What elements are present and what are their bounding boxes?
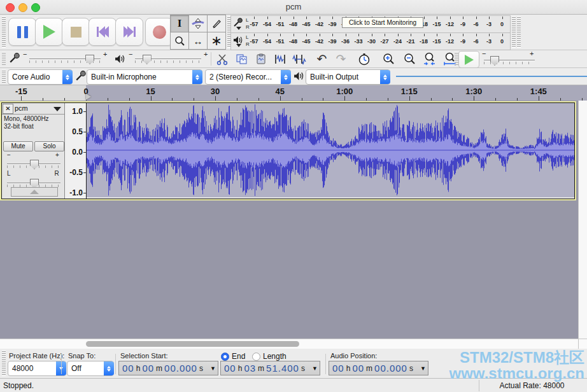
meter-tick [385,34,385,36]
radio-unselected-icon[interactable] [252,353,260,361]
meter-tick [294,34,294,36]
paste-button[interactable] [252,52,269,66]
playback-meter[interactable]: L R -57-54-51-48-45-42-39-36-33-30-27-24… [230,32,511,50]
meter-tick [411,34,411,36]
selection-toolbar-grip[interactable] [2,351,6,376]
play-button[interactable] [35,18,63,46]
selection-start-label: Selection Start: [120,352,168,360]
track-header: ✕ pcm [2,103,64,115]
envelope-tool-button[interactable] [188,15,208,32]
length-radio[interactable]: Length [252,352,286,361]
horizontal-scrollbar[interactable] [0,339,578,349]
time-digits[interactable]: 00.000 [374,363,407,374]
skip-to-start-button[interactable] [88,18,117,46]
multi-tool-icon: ∗ [211,38,222,44]
vertical-scrollbar[interactable] [578,101,587,339]
audio-position-field[interactable]: 00h00m00.000s▼ [329,361,428,375]
meter-tick [306,17,307,19]
toolbar-grip[interactable] [512,17,516,48]
radio-selected-icon[interactable] [221,353,229,361]
audio-track: ✕ pcm Mono, 48000Hz 32-bit float Mute So… [0,101,576,200]
silence-audio-button[interactable] [290,52,308,66]
time-digits[interactable]: 03 [244,363,256,374]
timeline-tick [302,98,302,101]
copy-button[interactable] [233,52,250,66]
time-digits[interactable]: 51.400 [266,363,299,374]
mixer-toolbar-grip[interactable] [2,52,6,66]
monitoring-tooltip[interactable]: Click to Start Monitoring [342,17,423,28]
audio-host-select[interactable]: Core Audio [8,69,73,85]
solo-button[interactable]: Solo [34,141,64,151]
playback-volume-slider[interactable] [135,53,201,64]
track-collapse-button[interactable] [11,187,58,197]
pause-icon [17,26,28,38]
undo-button[interactable]: ↶ [313,52,330,66]
time-unit: m [258,364,264,373]
meter-db-label: -51 [276,21,284,27]
pause-button[interactable] [8,18,36,46]
zoom-out-button[interactable] [400,52,418,66]
meter-tick [280,34,281,36]
zoom-to-selection-button[interactable] [421,52,438,66]
transport-toolbar-grip[interactable] [2,17,6,48]
timeline-label: 1:15 [401,87,418,96]
recording-device-select[interactable]: Built-in Microphone [87,69,202,85]
waveform-region[interactable] [87,103,574,199]
amplitude-label: -0.5 [69,168,83,177]
time-field-dropdown-icon[interactable]: ▼ [210,365,218,372]
timeline-tick [517,98,518,101]
snap-to-select[interactable]: Off [67,361,114,376]
draw-tool-button[interactable] [207,15,226,32]
selection-end-field[interactable]: 00h03m51.400s▼ [220,361,320,375]
device-toolbar-grip[interactable] [2,70,6,83]
time-digits[interactable]: 00 [352,363,364,374]
multi-tool-button[interactable]: ∗ [207,32,226,50]
zoom-in-button[interactable] [379,52,397,66]
stop-button[interactable] [62,18,90,46]
track-close-button[interactable]: ✕ [3,104,13,114]
record-button[interactable] [145,18,173,46]
pan-left-label: L [7,170,11,177]
track-name[interactable]: pcm [15,104,28,112]
zoom-tool-button[interactable] [170,32,189,50]
trim-audio-icon [273,53,287,65]
cut-button[interactable] [214,52,231,66]
timeline-tick [258,98,259,101]
time-digits[interactable]: 00 [332,363,344,374]
time-unit: s [301,364,305,373]
time-field-dropdown-icon[interactable]: ▼ [420,365,428,372]
meter-db-label: -48 [289,38,297,45]
sync-lock-button[interactable] [355,52,372,66]
time-digits[interactable]: 00 [142,363,154,374]
toolbar-grip[interactable] [517,17,521,48]
track-menu-dropdown-icon[interactable] [53,107,61,111]
playback-device-select[interactable]: Built-in Output [306,69,390,85]
redo-button[interactable]: ↷ [332,52,350,66]
timeline-tick [560,98,561,101]
skip-to-end-button[interactable] [115,18,143,46]
timeline-ruler[interactable]: -1501530451:001:151:301:45 [0,85,587,101]
timeline-tick [344,96,345,101]
waveform-canvas[interactable] [87,103,574,197]
selection-start-field[interactable]: 00h00m00.000s▼ [118,361,218,375]
selection-tool-button[interactable]: I [170,15,189,32]
time-digits[interactable]: 00 [224,363,236,374]
project-rate-select[interactable]: 48000 [8,361,66,376]
trim-audio-button[interactable] [271,52,288,66]
mute-button[interactable]: Mute [3,141,33,151]
recording-channels-select[interactable]: 2 (Stereo) Recor... [205,69,291,85]
time-digits[interactable]: 00.000 [164,363,197,374]
meter-tick [254,17,255,19]
timeshift-tool-button[interactable]: ↔ [188,32,208,50]
amplitude-label: 0.0 [72,148,83,157]
meter-tick [332,34,333,36]
play-at-speed-button[interactable] [458,51,479,68]
recording-volume-slider[interactable] [29,53,101,64]
play-speed-slider[interactable] [484,54,535,66]
time-field-dropdown-icon[interactable]: ▼ [312,365,320,372]
time-digits[interactable]: 00 [122,363,134,374]
track-gain-slider[interactable] [7,158,60,169]
horizontal-scrollbar-thumb[interactable] [86,341,299,347]
track-area[interactable]: ✕ pcm Mono, 48000Hz 32-bit float Mute So… [0,101,578,339]
end-radio[interactable]: End [221,352,245,361]
